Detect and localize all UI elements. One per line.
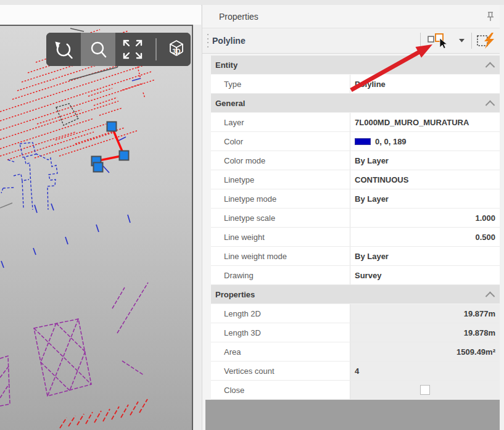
properties-table: EntityTypePolylineGeneralLayer7L000MD_MU… <box>211 56 500 400</box>
property-label: Linetype <box>211 170 350 189</box>
section-header-general[interactable]: General <box>211 94 500 112</box>
quick-select-button[interactable] <box>474 30 499 51</box>
entity-type-label: Polyline <box>212 36 246 46</box>
property-value-line-weight[interactable]: 0.500 <box>350 228 500 246</box>
section-header-entity[interactable]: Entity <box>211 56 500 74</box>
collapse-chevron-icon[interactable] <box>485 100 495 110</box>
property-value-length-3d[interactable]: 19.878m <box>350 323 500 342</box>
section-title: Entity <box>215 60 487 70</box>
property-row-drawing: DrawingSurvey <box>211 266 500 285</box>
toolbar-separator <box>150 33 162 66</box>
zoom-icon <box>81 33 115 66</box>
property-row-color-mode: Color modeBy Layer <box>211 151 500 170</box>
property-value-text: 1509.49m² <box>456 347 495 357</box>
canvas-margin <box>0 5 201 25</box>
collapse-chevron-icon[interactable] <box>485 62 495 72</box>
property-value-text: Polyline <box>355 80 386 89</box>
property-value-area[interactable]: 1509.49m² <box>350 342 500 361</box>
property-row-linetype: LinetypeCONTINUOUS <box>211 170 500 189</box>
property-row-color: Color0, 0, 189 <box>211 132 500 151</box>
panel-right-strip <box>500 5 504 430</box>
zoom-button[interactable] <box>81 33 115 66</box>
property-row-line-weight-mode: Line weight modeBy Layer <box>211 247 500 266</box>
properties-panel: Properties Polyline <box>202 5 504 430</box>
panel-header: Properties <box>202 5 504 28</box>
property-value-text: CONTINUOUS <box>355 175 408 184</box>
panel-title: Properties <box>219 12 258 22</box>
property-row-linetype-mode: Linetype modeBy Layer <box>211 189 500 209</box>
property-value-text: 4 <box>355 366 359 376</box>
property-label: Type <box>211 75 350 93</box>
property-label: Color mode <box>211 151 350 170</box>
panel-empty-area <box>205 400 501 430</box>
canvas-drawing <box>0 26 192 430</box>
property-label: Drawing <box>211 266 350 284</box>
section-header-properties[interactable]: Properties <box>211 285 500 304</box>
red-hatch-bottom <box>60 399 147 428</box>
property-value-text: By Layer <box>355 156 389 165</box>
property-row-vertices-count: Vertices count4 <box>211 362 500 381</box>
property-value-linetype-mode[interactable]: By Layer <box>350 189 500 208</box>
view-3d-cube-icon: 3D <box>162 33 191 66</box>
section-title: General <box>215 99 487 108</box>
property-row-length-3d: Length 3D19.878m <box>211 323 500 342</box>
property-value-text: 0.500 <box>475 233 495 242</box>
select-options-dropdown[interactable] <box>455 30 469 51</box>
entity-toolbar: Polyline <box>202 28 504 54</box>
property-row-line-weight: Line weight0.500 <box>211 228 500 247</box>
property-label: Layer <box>211 113 350 131</box>
property-value-text: 0, 0, 189 <box>375 137 407 146</box>
property-value-vertices-count[interactable]: 4 <box>350 362 500 380</box>
zoom-previous-button[interactable] <box>46 33 81 66</box>
drawing-canvas[interactable]: 3D <box>0 25 193 430</box>
zoom-extents-icon <box>115 33 150 66</box>
property-row-linetype-scale: Linetype scale1.000 <box>211 209 500 228</box>
property-value-layer[interactable]: 7L000MD_MURO_MURATURA <box>350 113 500 131</box>
purple-crosshatch <box>0 283 148 406</box>
canvas-view-toolbar: 3D <box>46 33 191 66</box>
separator <box>471 33 472 49</box>
property-label: Line weight mode <box>211 247 350 265</box>
selection-grips <box>92 122 129 172</box>
view-3d-button[interactable]: 3D <box>162 33 191 66</box>
color-swatch <box>355 138 371 145</box>
property-value-line-weight-mode[interactable]: By Layer <box>350 247 500 265</box>
property-value-text: 1.000 <box>475 213 495 223</box>
property-label: Area <box>211 342 350 361</box>
property-label: Close <box>211 381 350 399</box>
section-title: Properties <box>215 290 487 299</box>
close-checkbox[interactable] <box>420 385 430 395</box>
selection-lightning-icon <box>476 31 497 50</box>
property-label: Line weight <box>211 228 350 246</box>
select-entities-icon <box>426 31 452 50</box>
property-row-length-2d: Length 2D19.877m <box>211 304 500 323</box>
zoom-extents-button[interactable] <box>115 33 150 66</box>
property-value-color-mode[interactable]: By Layer <box>350 151 500 170</box>
property-value-close[interactable] <box>350 381 500 399</box>
property-label: Color <box>211 132 350 151</box>
pin-icon[interactable] <box>485 11 495 22</box>
property-label: Linetype scale <box>211 209 350 227</box>
property-row-close: Close <box>211 381 500 400</box>
property-value-text: By Layer <box>355 194 389 204</box>
property-value-text: 19.878m <box>464 328 495 337</box>
property-value-text: Survey <box>355 271 381 280</box>
property-value-color[interactable]: 0, 0, 189 <box>350 132 500 151</box>
property-value-text: 7L000MD_MURO_MURATURA <box>355 118 469 127</box>
drag-handle-icon[interactable] <box>205 34 210 48</box>
svg-text:3D: 3D <box>173 48 181 55</box>
property-label: Length 3D <box>211 323 350 342</box>
property-value-length-2d[interactable]: 19.877m <box>350 304 500 323</box>
property-row-layer: Layer7L000MD_MURO_MURATURA <box>211 113 500 132</box>
property-row-area: Area1509.49m² <box>211 342 500 362</box>
property-row-type: TypePolyline <box>211 75 500 94</box>
property-value-drawing[interactable]: Survey <box>350 266 500 284</box>
property-value-linetype-scale[interactable]: 1.000 <box>350 209 500 227</box>
property-value-linetype[interactable]: CONTINUOUS <box>350 170 500 189</box>
collapse-chevron-icon[interactable] <box>485 291 495 301</box>
property-value-text: 19.877m <box>464 309 495 318</box>
property-value-type[interactable]: Polyline <box>350 75 500 93</box>
select-entities-button[interactable] <box>423 30 455 51</box>
property-label: Linetype mode <box>211 189 350 208</box>
zoom-previous-icon <box>46 33 81 66</box>
